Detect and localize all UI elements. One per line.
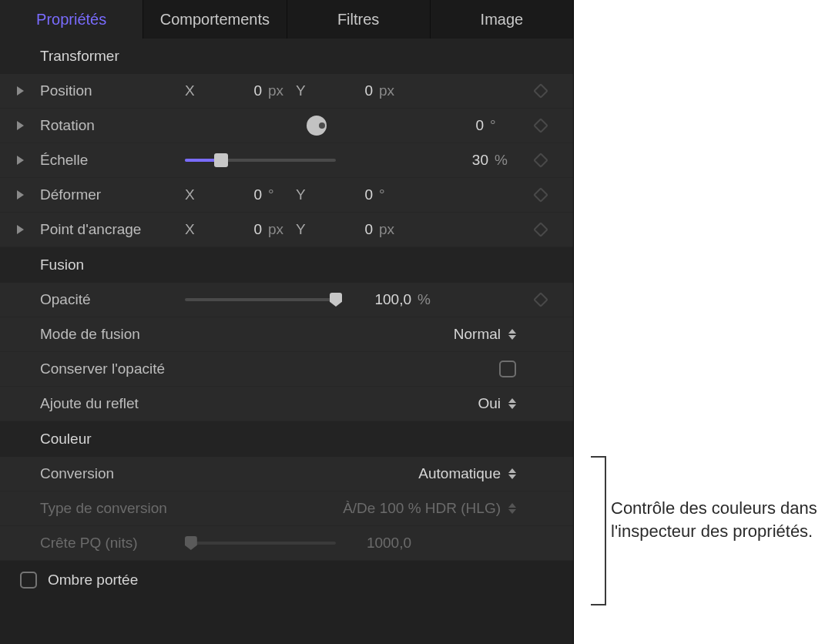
row-rotation: Rotation 0 ° [0,109,573,143]
anchor-x-value[interactable]: 0 [206,221,268,238]
callout-bracket-icon [591,456,606,605]
tab-image[interactable]: Image [431,0,573,39]
row-conversion: Conversion Automatique [0,457,573,491]
anchor-x-unit: px [268,221,296,238]
cast-reflection-select[interactable]: Oui [478,395,516,412]
disclosure-icon[interactable] [17,225,24,234]
keyframe-icon[interactable] [533,153,548,168]
section-transform-header: Transformer [0,39,573,74]
pq-peak-label: Crête PQ (nits) [40,535,185,552]
preserve-opacity-label: Conserver l'opacité [40,361,185,377]
updown-icon [508,503,516,514]
tab-properties[interactable]: Propriétés [0,0,143,39]
row-opacity: Opacité 100,0 % [0,283,573,317]
pq-peak-slider [185,535,336,551]
opacity-label: Opacité [40,291,185,308]
keyframe-icon[interactable] [533,222,548,237]
anchor-label: Point d'ancrage [40,221,185,238]
drop-shadow-checkbox[interactable] [20,572,37,589]
blend-mode-value: Normal [454,326,501,343]
deform-y-unit: ° [379,186,407,203]
position-label: Position [40,82,185,99]
inspector-tabs: Propriétés Comportements Filtres Image [0,0,573,39]
cast-reflection-label: Ajoute du reflet [40,395,185,412]
annotation-area: Contrôle des couleurs dans l'inspecteur … [574,0,825,644]
preserve-opacity-checkbox[interactable] [499,361,516,377]
inspector-body: Transformer Position X 0 px Y 0 px Ro [0,39,573,644]
rotation-dial[interactable] [307,116,327,136]
scale-label: Échelle [40,152,185,169]
position-y-value[interactable]: 0 [317,82,379,99]
updown-icon [508,468,516,479]
position-x-unit: px [268,82,296,99]
section-color: Conversion Automatique Type de conversio… [0,457,573,561]
row-preserve-opacity: Conserver l'opacité [0,352,573,387]
row-position: Position X 0 px Y 0 px [0,74,573,109]
section-color-header: Couleur [0,421,573,457]
cast-reflection-value: Oui [478,395,501,412]
updown-icon [508,329,516,340]
position-x-value[interactable]: 0 [206,82,268,99]
disclosure-icon[interactable] [17,156,24,165]
conversion-label: Conversion [40,465,185,482]
axis-x-label: X [185,221,206,238]
row-cast-reflection: Ajoute du reflet Oui [0,387,573,421]
axis-y-label: Y [296,221,317,238]
annotation-text: Contrôle des couleurs dans l'inspecteur … [611,497,825,542]
section-fusion-header: Fusion [0,247,573,283]
scale-value[interactable]: 30 [433,152,495,169]
tab-filters[interactable]: Filtres [287,0,431,39]
axis-y-label: Y [296,82,317,99]
drop-shadow-label: Ombre portée [48,572,138,589]
position-y-unit: px [379,82,407,99]
opacity-unit: % [418,291,445,308]
scale-slider[interactable] [185,153,336,168]
keyframe-icon[interactable] [533,118,548,133]
blend-mode-select[interactable]: Normal [454,326,516,343]
rotation-label: Rotation [40,117,185,134]
conversion-value: Automatique [418,465,501,482]
disclosure-icon[interactable] [17,121,24,130]
section-fusion: Opacité 100,0 % Mode de fusion Normal [0,283,573,421]
row-drop-shadow: Ombre portée [0,561,573,599]
rotation-value[interactable]: 0 [428,117,490,134]
section-transform: Position X 0 px Y 0 px Rotation 0 ° [0,74,573,247]
blend-mode-label: Mode de fusion [40,326,185,343]
keyframe-icon[interactable] [533,187,548,203]
pq-peak-value: 1000,0 [347,535,418,552]
conversion-type-select: À/De 100 % HDR (HLG) [343,500,516,517]
row-deform: Déformer X 0 ° Y 0 ° [0,178,573,213]
conversion-type-value: À/De 100 % HDR (HLG) [343,500,501,517]
deform-y-value[interactable]: 0 [317,186,379,203]
disclosure-icon[interactable] [17,86,24,96]
scale-unit: % [495,152,522,169]
row-anchor: Point d'ancrage X 0 px Y 0 px [0,213,573,247]
anchor-y-unit: px [379,221,407,238]
keyframe-icon[interactable] [533,292,548,307]
deform-label: Déformer [40,186,185,203]
opacity-slider[interactable] [185,292,336,307]
conversion-select[interactable]: Automatique [418,465,516,482]
row-scale: Échelle 30 % [0,143,573,178]
axis-x-label: X [185,82,206,99]
axis-y-label: Y [296,186,317,203]
opacity-value[interactable]: 100,0 [347,291,418,308]
row-conversion-type: Type de conversion À/De 100 % HDR (HLG) [0,491,573,526]
row-pq-peak: Crête PQ (nits) 1000,0 [0,526,573,561]
deform-x-value[interactable]: 0 [206,186,268,203]
disclosure-icon[interactable] [17,190,24,200]
tab-behaviors[interactable]: Comportements [143,0,287,39]
deform-x-unit: ° [268,186,296,203]
inspector-panel: Propriétés Comportements Filtres Image T… [0,0,574,644]
axis-x-label: X [185,186,206,203]
updown-icon [508,398,516,409]
row-blend-mode: Mode de fusion Normal [0,317,573,352]
keyframe-icon[interactable] [533,83,548,99]
rotation-unit: ° [490,117,518,134]
anchor-y-value[interactable]: 0 [317,221,379,238]
conversion-type-label: Type de conversion [40,500,185,517]
